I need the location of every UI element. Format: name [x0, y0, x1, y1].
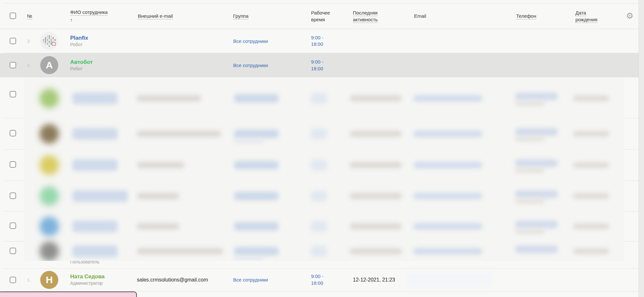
- employee-name-link[interactable]: Автобот: [70, 59, 93, 66]
- row-divider: [4, 241, 24, 242]
- employee-name-cell: Ната Седова Администратор: [70, 268, 105, 291]
- redacted-table-row: [24, 78, 624, 118]
- column-header-external-email[interactable]: Внешний e-mail: [138, 3, 173, 29]
- redacted-table-row: [24, 118, 624, 149]
- row-checkbox[interactable]: [10, 193, 16, 199]
- redacted-phone: [515, 93, 558, 100]
- row-checkbox[interactable]: [10, 248, 16, 254]
- redacted-birth-date: [573, 131, 609, 137]
- redacted-email: [413, 223, 482, 230]
- column-header-number-label: №: [27, 13, 32, 19]
- group-link[interactable]: Все сотрудники: [233, 53, 268, 77]
- sort-ascending-icon: ↑: [70, 16, 73, 23]
- redacted-work-time: [311, 128, 327, 139]
- row-divider: [624, 118, 639, 118]
- redacted-phone-extra: [515, 168, 545, 172]
- redacted-group: [234, 192, 279, 200]
- redacted-work-time: [311, 93, 327, 104]
- redacted-table-row: [24, 211, 624, 241]
- column-header-last-activity-label: Последняя активность: [353, 9, 389, 23]
- column-header-group[interactable]: Группа: [233, 3, 249, 29]
- employee-name-cell: Автобот Робот: [70, 53, 93, 77]
- row-divider: [4, 118, 24, 118]
- row-divider: [624, 181, 639, 181]
- row-checkbox[interactable]: [10, 161, 16, 168]
- nata-sedova-avatar[interactable]: Н: [40, 271, 58, 289]
- redacted-external-email: [137, 193, 179, 199]
- row-checkbox[interactable]: [10, 223, 16, 229]
- column-header-email-label: Email: [414, 13, 426, 19]
- group-link[interactable]: Все сотрудники: [233, 29, 268, 53]
- redacted-external-email: [137, 248, 223, 254]
- redacted-work-time: [311, 160, 327, 171]
- privacy-blur-region: [24, 78, 624, 261]
- redacted-external-email: [137, 131, 221, 137]
- tooltip-popup-partial: [0, 292, 137, 297]
- row-checkbox[interactable]: [10, 130, 16, 136]
- column-header-phone[interactable]: Телефон: [516, 3, 536, 29]
- work-time-link[interactable]: 9:00 - 18:00: [311, 268, 329, 291]
- column-header-number[interactable]: №: [27, 3, 32, 29]
- employee-name-link[interactable]: Planfix: [70, 35, 88, 42]
- row-checkbox[interactable]: [10, 62, 16, 68]
- redacted-work-time: [311, 191, 327, 202]
- avatar-letter: А: [46, 60, 53, 71]
- employee-name-link[interactable]: Ната Седова: [70, 273, 105, 280]
- row-divider: [624, 149, 639, 150]
- redacted-name: [72, 93, 118, 104]
- redacted-birth-date: [573, 193, 609, 199]
- column-header-work-time-label: Рабочее время: [311, 9, 334, 23]
- group-link[interactable]: Все сотрудники: [233, 268, 268, 291]
- planfix-dots-logo-icon: [40, 32, 58, 50]
- avatar-letter: Н: [46, 274, 53, 285]
- column-header-birth-date[interactable]: Дата рождения: [575, 3, 606, 29]
- row-divider: [4, 181, 24, 181]
- redacted-phone: [515, 221, 558, 228]
- work-time-link[interactable]: 9:00 - 18:00: [311, 53, 329, 77]
- redacted-phone: [515, 190, 558, 198]
- employee-table-screen: № ФИО сотрудника ↑ Внешний e-mail Группа…: [0, 0, 644, 297]
- column-header-external-email-label: Внешний e-mail: [138, 13, 173, 19]
- redacted-last-activity: [350, 193, 402, 199]
- redacted-email: [413, 131, 482, 137]
- redacted-last-activity: [350, 95, 402, 102]
- redacted-group: [234, 130, 279, 138]
- row-divider: [4, 149, 24, 150]
- row-checkbox[interactable]: [10, 91, 16, 97]
- vertical-scrollbar[interactable]: [639, 0, 644, 297]
- redacted-phone: [515, 128, 558, 136]
- redacted-phone: [515, 245, 558, 253]
- redacted-email: [413, 95, 482, 102]
- employee-name-cell: Planfix Робот: [70, 29, 88, 53]
- column-header-last-activity[interactable]: Последняя активность: [353, 3, 389, 29]
- column-header-work-time: Рабочее время: [311, 3, 334, 29]
- avatar: [40, 89, 59, 108]
- row-checkbox[interactable]: [10, 277, 16, 283]
- table-settings-gear-icon[interactable]: ⚙: [626, 3, 633, 29]
- select-all-checkbox[interactable]: [10, 13, 16, 19]
- redacted-email: [413, 193, 482, 199]
- redacted-table-row: [24, 181, 624, 211]
- row-number: 4: [27, 53, 30, 77]
- table-row-planfix: 3 Planfix Робот Все сотрудники 9:00 - 18…: [0, 29, 639, 53]
- redacted-phone-extra: [515, 199, 545, 203]
- column-header-email: Email: [414, 3, 426, 29]
- avatar: [40, 155, 59, 175]
- employee-role-label: Робот: [70, 42, 88, 47]
- redacted-group: [234, 161, 279, 169]
- redacted-email-bottom-row: [407, 272, 492, 287]
- redacted-work-time: [311, 221, 327, 232]
- redacted-last-activity: [350, 248, 402, 254]
- avatar: [40, 124, 59, 144]
- redacted-group-line2: [234, 256, 264, 260]
- column-header-phone-label: Телефон: [516, 13, 536, 19]
- last-activity-value: 12-12-2021, 21:23: [353, 268, 395, 291]
- row-divider: [624, 241, 639, 242]
- work-time-link[interactable]: 9:00 - 18:00: [311, 29, 329, 53]
- autobot-robot-avatar[interactable]: А: [40, 56, 58, 74]
- column-header-name[interactable]: ФИО сотрудника ↑: [70, 3, 108, 29]
- redacted-email: [413, 248, 482, 254]
- planfix-robot-avatar[interactable]: [40, 32, 58, 50]
- row-checkbox[interactable]: [10, 38, 16, 44]
- redacted-birth-date: [573, 95, 609, 101]
